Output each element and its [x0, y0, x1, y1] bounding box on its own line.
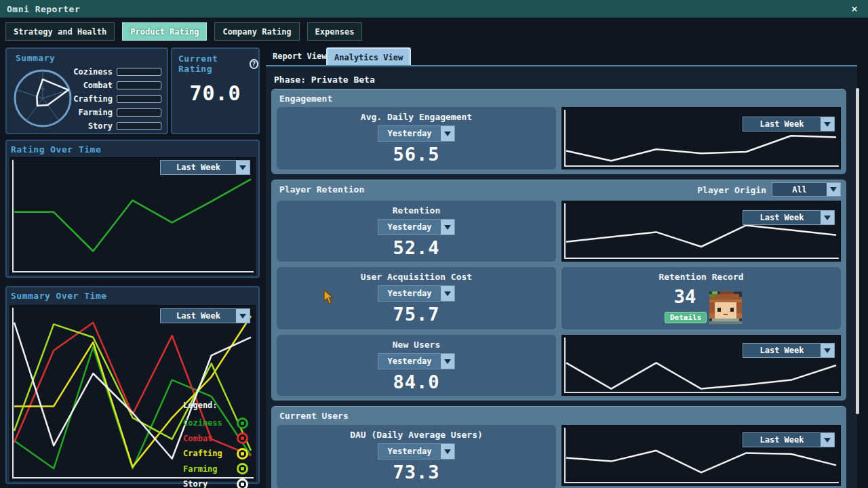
story-marker-icon [237, 479, 248, 488]
engagement-range-dropdown[interactable]: Yesterday [378, 125, 455, 142]
dropdown-value: Last Week [161, 161, 236, 174]
chevron-down-icon [821, 117, 834, 131]
legend-item-coziness: Coziness [183, 415, 248, 431]
coziness-marker-icon [237, 418, 248, 429]
dropdown-value: Last Week [743, 211, 821, 224]
rating-over-time-chart: Last Week [9, 157, 256, 275]
legend-item-combat: Combat [183, 431, 248, 447]
dau-card: DAU (Daily Average Users) Yesterday 73.3 [277, 425, 556, 488]
dropdown-value: Yesterday [378, 354, 441, 369]
rating-period-dropdown[interactable]: Last Week [160, 160, 250, 175]
tab-strategy-and-health[interactable]: Strategy and Health [5, 22, 115, 41]
legend-title: Legend: [183, 401, 248, 415]
tab-expenses[interactable]: Expenses [307, 22, 363, 41]
legend-item-story: Story [183, 476, 248, 488]
summary-panel-title: Summary [16, 53, 55, 63]
phase-label: Phase: Private Beta [274, 75, 375, 85]
dropdown-value: Last Week [743, 117, 821, 131]
stat-bar [117, 68, 161, 76]
legend-label: Combat [183, 434, 212, 443]
legend-item-crafting: Crafting [183, 446, 248, 462]
summary-panel: Summary Coziness Combat Crafting Farming [5, 47, 168, 134]
dropdown-value: All [772, 183, 827, 196]
chevron-down-icon [821, 433, 834, 447]
summary-over-time-chart: Last Week Legend: Coziness Combat Crafti… [9, 305, 256, 481]
new-users-range-dropdown[interactable]: Yesterday [378, 353, 455, 369]
rating-line-chart-svg [10, 158, 255, 274]
tab-report-view[interactable]: Report View [266, 47, 333, 65]
dropdown-value: Last Week [743, 433, 821, 447]
dau-value: 73.3 [393, 462, 439, 483]
engagement-section-title: Engagement [279, 94, 332, 104]
card-title: User Acquisition Cost [361, 272, 472, 282]
new-users-chart-period-dropdown[interactable]: Last Week [743, 343, 835, 358]
dropdown-value: Last Week [161, 309, 236, 323]
stat-row-story: Story [72, 119, 161, 133]
summary-over-time-title: Summary Over Time [11, 291, 107, 301]
legend-item-farming: Farming [183, 462, 248, 477]
crafting-marker-icon [237, 448, 248, 460]
close-icon[interactable]: ✕ [848, 1, 861, 15]
chevron-down-icon [441, 444, 454, 459]
new-users-value: 84.0 [393, 371, 439, 392]
stat-label: Story [72, 121, 113, 131]
engagement-section: Engagement Avg. Daily Engagement Yesterd… [271, 89, 846, 174]
retention-range-dropdown[interactable]: Yesterday [378, 219, 455, 235]
legend-label: Farming [183, 464, 218, 474]
player-origin-dropdown[interactable]: All [772, 182, 841, 197]
user-acquisition-cost-card: User Acquisition Cost Yesterday 75.7 [277, 267, 556, 329]
tab-product-rating[interactable]: Product Rating [122, 22, 207, 41]
tab-analytics-view[interactable]: Analytics View [326, 47, 411, 66]
stat-bar [117, 81, 161, 89]
chevron-down-icon [236, 161, 250, 174]
dropdown-value: Yesterday [378, 286, 441, 301]
dau-chart-period-dropdown[interactable]: Last Week [743, 432, 835, 447]
chevron-down-icon [821, 211, 834, 224]
chevron-down-icon [827, 183, 840, 196]
legend-label: Story [183, 479, 208, 488]
farming-marker-icon [237, 463, 248, 474]
card-title: New Users [393, 340, 440, 350]
window-title: Omni Reporter [7, 4, 80, 14]
stat-label: Coziness [72, 67, 113, 77]
card-title: Retention [393, 205, 440, 216]
vertical-scrollbar[interactable] [856, 88, 859, 414]
help-icon[interactable]: ? [250, 59, 258, 69]
new-users-week-chart: Last Week [561, 335, 841, 396]
summary-stat-list: Coziness Combat Crafting Farming Story [72, 65, 161, 133]
acquisition-range-dropdown[interactable]: Yesterday [378, 285, 455, 302]
tab-company-rating[interactable]: Company Rating [214, 22, 299, 41]
dau-range-dropdown[interactable]: Yesterday [378, 443, 455, 460]
stat-bar [117, 122, 161, 130]
chevron-down-icon [236, 309, 250, 323]
current-rating-title: Current Rating [178, 54, 246, 74]
stat-row-combat: Combat [72, 79, 161, 92]
retention-record-card: Retention Record 34 Details [561, 267, 841, 329]
combat-marker-icon [237, 432, 248, 444]
new-users-card: New Users Yesterday 84.0 [277, 335, 556, 396]
player-retention-section: Player Retention Player Origin All Reten… [271, 180, 846, 401]
stat-label: Farming [72, 108, 113, 117]
acquisition-value: 75.7 [393, 304, 439, 325]
title-bar: Omni Reporter [0, 0, 868, 18]
current-rating-panel: Current Rating ? 70.0 [171, 47, 260, 134]
stat-row-farming: Farming [72, 106, 161, 119]
player-origin-label: Player Origin [697, 185, 766, 195]
player-avatar [709, 291, 742, 324]
dau-week-chart: Last Week [561, 425, 841, 486]
legend-label: Crafting [183, 449, 222, 458]
current-users-section-title: Current Users [279, 411, 349, 421]
retention-card: Retention Yesterday 52.4 [277, 201, 556, 262]
rating-over-time-panel: Rating Over Time Last Week [5, 140, 260, 278]
retention-record-value: 34 [663, 286, 707, 307]
summary-period-dropdown[interactable]: Last Week [160, 308, 250, 323]
retention-chart-period-dropdown[interactable]: Last Week [743, 210, 835, 225]
details-button[interactable]: Details [665, 312, 707, 323]
engagement-chart-period-dropdown[interactable]: Last Week [743, 117, 835, 131]
dropdown-value: Last Week [743, 344, 821, 357]
stat-bar [117, 108, 161, 117]
stat-row-crafting: Crafting [72, 92, 161, 106]
chart-legend: Legend: Coziness Combat Crafting Farming [183, 401, 248, 488]
stat-bar [117, 95, 161, 103]
chevron-down-icon [441, 354, 454, 369]
